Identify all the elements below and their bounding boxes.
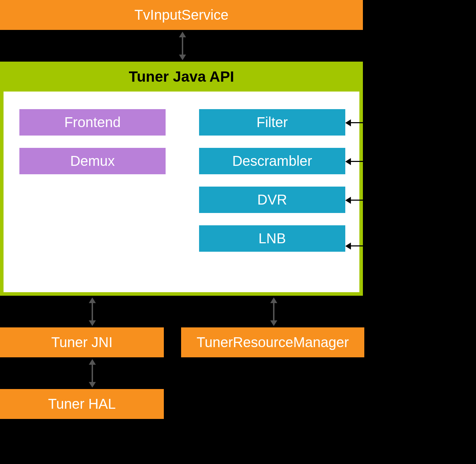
- arrow-down-icon: [89, 320, 96, 326]
- demux-label: Demux: [70, 153, 115, 169]
- arrow-left-icon: [345, 243, 351, 250]
- descrambler-label: Descrambler: [232, 153, 312, 169]
- tuner-jni-box: Tuner JNI: [0, 327, 164, 357]
- tuner-java-api-container: Tuner Java API Frontend Demux Filter Des…: [0, 62, 363, 296]
- arrow-left-icon: [345, 119, 351, 126]
- tuner-java-api-label: Tuner Java API: [129, 68, 234, 85]
- tuner-jni-label: Tuner JNI: [51, 334, 112, 350]
- tuner-resource-manager-box: TunerResourceManager: [181, 327, 364, 357]
- dvr-box: DVR: [199, 187, 345, 213]
- tuner-hal-box: Tuner HAL: [0, 389, 164, 419]
- tv-input-service-box: TvInputService: [0, 0, 363, 30]
- demux-box: Demux: [19, 148, 166, 174]
- arrow-left-icon: [363, 11, 369, 18]
- arrow-line: [273, 301, 274, 322]
- descrambler-box: Descrambler: [199, 148, 345, 174]
- lnb-label: LNB: [259, 231, 286, 246]
- frontend-box: Frontend: [19, 109, 166, 136]
- arrow-down-icon: [89, 382, 96, 388]
- connector-line: [404, 14, 405, 246]
- tuner-hal-label: Tuner HAL: [48, 396, 116, 412]
- arrow-left-icon: [345, 197, 351, 204]
- trm-label: TunerResourceManager: [197, 334, 349, 350]
- connector-line: [351, 122, 405, 123]
- connector-line: [351, 200, 405, 201]
- arrow-left-icon: [345, 158, 351, 165]
- connector-line: [351, 161, 405, 162]
- filter-label: Filter: [256, 114, 288, 130]
- connector-line: [351, 245, 405, 246]
- tv-input-service-label: TvInputService: [135, 7, 229, 23]
- arrow-line: [182, 35, 183, 56]
- tuner-java-api-header: Tuner Java API: [0, 62, 363, 92]
- arrow-line: [92, 301, 93, 322]
- filter-box: Filter: [199, 109, 345, 136]
- arrow-down-icon: [179, 55, 186, 60]
- lnb-box: LNB: [199, 225, 345, 252]
- arrow-down-icon: [270, 320, 277, 326]
- dvr-label: DVR: [257, 192, 287, 208]
- frontend-label: Frontend: [64, 114, 120, 130]
- arrow-line: [92, 363, 93, 384]
- connector-line: [368, 14, 405, 15]
- tuner-api-body: Frontend Demux Filter Descrambler DVR LN…: [4, 92, 359, 292]
